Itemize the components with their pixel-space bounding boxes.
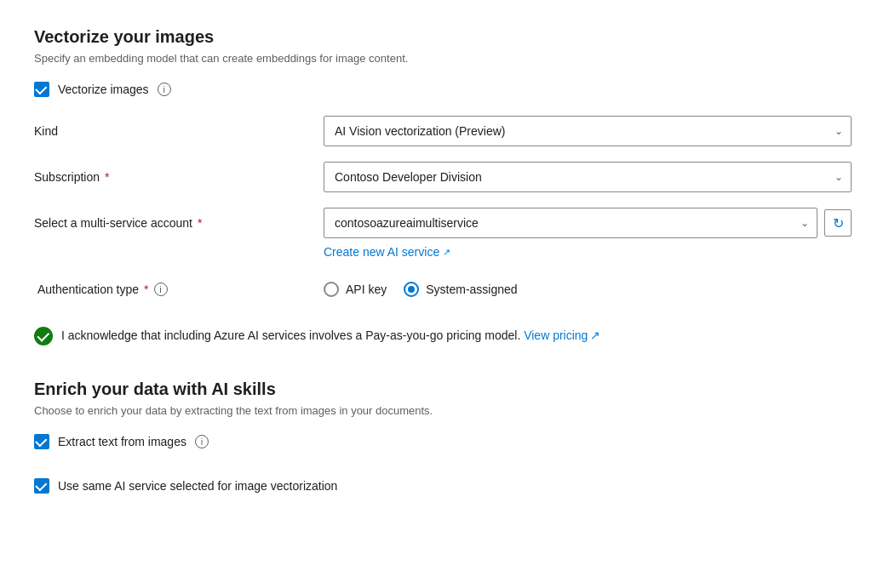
create-link-external-icon: ↗: [443, 247, 450, 258]
multi-service-select[interactable]: contosoazureaimultiservice: [324, 208, 817, 238]
system-assigned-label: System-assigned: [426, 283, 517, 296]
create-new-ai-service-link[interactable]: Create new AI service ↗: [324, 245, 450, 259]
multi-service-select-wrapper: contosoazureaimultiservice ⌄: [324, 208, 817, 238]
kind-label: Kind: [34, 124, 324, 138]
multi-service-control: contosoazureaimultiservice ⌄ ↻: [324, 208, 852, 238]
subscription-select-wrapper: Contoso Developer Division ⌄: [324, 162, 852, 192]
auth-required-star: *: [144, 283, 148, 296]
auth-radio-group: API key System-assigned: [324, 282, 518, 297]
auth-type-row: Authentication type * i API key System-a…: [34, 274, 855, 305]
extract-text-label: Extract text from images: [58, 435, 186, 448]
extract-text-checkbox-row: Extract text from images i: [34, 434, 855, 449]
view-pricing-link[interactable]: View pricing ↗: [524, 327, 600, 345]
api-key-radio-circle: [324, 282, 339, 297]
vectorize-subtitle: Specify an embedding model that can crea…: [34, 52, 855, 65]
multi-service-row: Select a multi-service account * contoso…: [34, 208, 855, 238]
use-same-service-checkbox[interactable]: [34, 478, 49, 494]
multi-service-refresh-button[interactable]: ↻: [824, 209, 852, 237]
kind-select-wrapper: AI Vision vectorization (Preview) ⌄: [324, 116, 852, 146]
vectorize-images-label: Vectorize images: [58, 83, 149, 96]
subscription-label: Subscription *: [34, 170, 324, 184]
extract-text-info-icon[interactable]: i: [195, 435, 209, 448]
multi-service-select-with-refresh: contosoazureaimultiservice ⌄ ↻: [324, 208, 852, 238]
vectorize-images-info-icon[interactable]: i: [158, 83, 171, 96]
use-same-service-checkbox-row: Use same AI service selected for image v…: [34, 478, 855, 494]
acknowledge-check-icon: [34, 327, 53, 345]
create-link-row: Create new AI service ↗: [324, 245, 855, 259]
auth-info-icon[interactable]: i: [154, 283, 168, 296]
multi-service-label: Select a multi-service account *: [34, 216, 324, 230]
vectorize-images-checkbox-row: Vectorize images i: [34, 82, 855, 97]
auth-type-label: Authentication type * i: [34, 283, 324, 296]
enrich-checkboxes: Extract text from images i Use same AI s…: [34, 434, 855, 512]
kind-select[interactable]: AI Vision vectorization (Preview): [324, 116, 852, 146]
enrich-subtitle: Choose to enrich your data by extracting…: [34, 404, 855, 417]
acknowledge-row: I acknowledge that including Azure AI se…: [34, 323, 855, 349]
subscription-control: Contoso Developer Division ⌄: [324, 162, 852, 192]
use-same-service-label: Use same AI service selected for image v…: [58, 479, 337, 493]
multi-service-required-star: *: [198, 216, 202, 230]
vectorize-section: Vectorize your images Specify an embeddi…: [34, 27, 855, 349]
kind-control: AI Vision vectorization (Preview) ⌄: [324, 116, 852, 146]
system-assigned-radio-circle: [404, 282, 419, 297]
enrich-title: Enrich your data with AI skills: [34, 380, 855, 399]
api-key-label: API key: [346, 283, 387, 296]
create-link-text: Create new AI service: [324, 245, 439, 259]
api-key-radio-option[interactable]: API key: [324, 282, 387, 297]
system-assigned-radio-option[interactable]: System-assigned: [404, 282, 517, 297]
vectorize-images-checkbox[interactable]: [34, 82, 49, 97]
acknowledge-text: I acknowledge that including Azure AI se…: [61, 327, 600, 345]
vectorize-title: Vectorize your images: [34, 27, 855, 47]
subscription-row: Subscription * Contoso Developer Divisio…: [34, 162, 855, 192]
enrich-section: Enrich your data with AI skills Choose t…: [34, 380, 855, 512]
view-pricing-external-icon: ↗: [590, 327, 600, 345]
subscription-select[interactable]: Contoso Developer Division: [324, 162, 852, 192]
subscription-required-star: *: [105, 170, 109, 184]
extract-text-checkbox[interactable]: [34, 434, 49, 449]
kind-row: Kind AI Vision vectorization (Preview) ⌄: [34, 116, 855, 146]
